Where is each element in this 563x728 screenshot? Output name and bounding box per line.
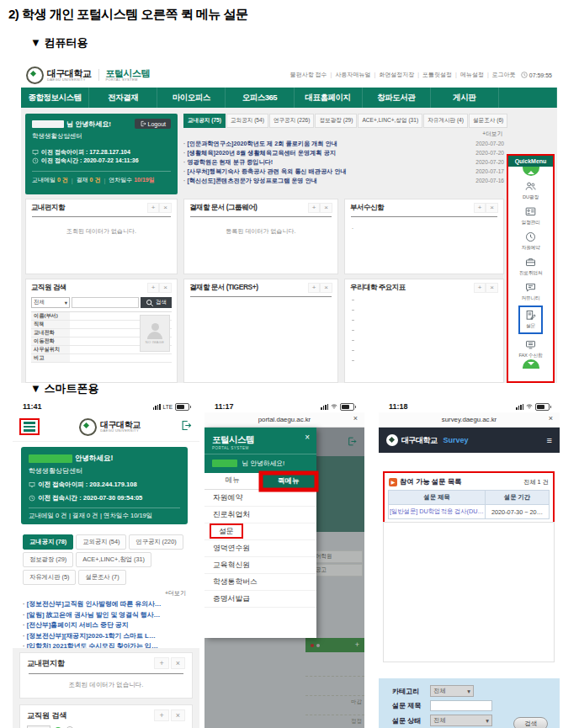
drawer-item-certificates[interactable]: 증명서발급 [204, 591, 316, 608]
notice-tab-free[interactable]: 자유게시판 (5) [23, 570, 76, 585]
notice-tab-free[interactable]: 자유게시판 (4) [423, 114, 468, 128]
close-icon[interactable]: × [549, 414, 553, 422]
drawer-item-career-center[interactable]: 진로취업처 [204, 507, 316, 523]
staff-search-input[interactable] [72, 297, 139, 308]
widget-close-button[interactable]: × [171, 709, 185, 721]
quickmenu-item-survey-annotation-blue[interactable]: 설문 [518, 306, 543, 334]
survey-body: ▶ 참여 가능 설문 목록 전체 1 건 설문 제목 설문 기간 [일반설문] … [379, 453, 560, 728]
drawer-item-shuttle-bus[interactable]: 학생통학버스 [204, 574, 316, 591]
widget-close-button[interactable]: × [171, 657, 185, 669]
stat-leave[interactable]: 연차일수 10/19일 [109, 176, 154, 184]
notice-tab-campus[interactable]: 교내공지 (78) [23, 534, 73, 550]
nav-item-office365[interactable]: 오피스365 [226, 88, 294, 108]
filter-title-input[interactable] [430, 700, 492, 711]
notice-link[interactable]: [사무처]행복기숙사 증축공사 관련 옥외 통신 배관공사 안내 [183, 167, 347, 176]
quickmenu-scroll-down[interactable] [523, 359, 539, 369]
notice-more-link[interactable]: +더보기 [26, 589, 186, 598]
widget-close-button[interactable]: × [320, 283, 332, 293]
notice-tab-research[interactable]: 연구공지 (220) [129, 534, 183, 550]
notice-tab-info[interactable]: 정보광장 (29) [315, 114, 357, 128]
logout-icon[interactable] [180, 419, 193, 435]
drawer-item-yeongdeok[interactable]: 영덕연수원 [204, 540, 316, 557]
stat-approval[interactable]: 결재 0 건 [77, 176, 101, 184]
widget-add-button[interactable]: + [474, 283, 486, 293]
close-icon[interactable]: × [353, 414, 358, 422]
nav-item-integrated-info[interactable]: 종합정보시스템 [21, 88, 89, 108]
staff-field-label: 이름(부서) [31, 312, 70, 320]
drawer-item-survey[interactable]: 설문 [204, 523, 316, 540]
notice-link[interactable]: [전산부]홈페이지 서비스 중단 공지 [23, 620, 189, 631]
drawer-item-resource-reservation[interactable]: 자원예약 [204, 490, 316, 507]
notice-tab-ace[interactable]: ACE+,LINC+,창업 (31) [76, 552, 151, 567]
widget-add-button[interactable]: + [308, 283, 321, 293]
drawer-item-edu-innovation[interactable]: 교육혁신원 [204, 557, 316, 574]
quickmenu-item-career-center[interactable]: 진로취업처 [519, 256, 543, 277]
utility-link-save-screen[interactable]: 화면설정저장 [370, 71, 414, 79]
filter-status-select[interactable]: 전체▾ [430, 715, 492, 726]
widget-close-button[interactable]: × [159, 203, 172, 213]
survey-list-annotation-red: ▶ 참여 가능 설문 목록 전체 1 건 설문 제목 설문 기간 [일반설문] … [383, 471, 555, 524]
notice-tab-campus[interactable]: 교내공지 (75) [183, 114, 226, 128]
notice-link[interactable]: [정보전산부][재공지]2020-1학기 스마트 L… [23, 631, 189, 642]
quickmenu-item-du-plaza[interactable]: DU광장 [523, 180, 539, 201]
widget-add-button[interactable]: + [147, 203, 160, 213]
notice-tab-info[interactable]: 정보광장 (29) [23, 552, 73, 567]
quickmenu-scroll-up[interactable] [523, 167, 539, 176]
widget-add-button[interactable]: + [154, 709, 168, 721]
utility-link-logout[interactable]: 로그아웃 [484, 71, 516, 79]
app-name: Survey [443, 436, 469, 444]
notice-link[interactable]: [생활체육]2020년 8월 생활체육교육센터 운영계획 공지 [183, 148, 336, 157]
nav-item-board[interactable]: 게시판 [431, 88, 499, 108]
widget-add-button[interactable]: + [154, 657, 168, 669]
survey-annotation-red[interactable]: 설문 [210, 523, 243, 539]
side-drawer: 포털시스템 PORTAL SYSTEM × 님 안녕하세요! 메뉴 퀵메뉴 자원… [204, 428, 316, 638]
filter-category-select[interactable]: 전체▾ [430, 685, 474, 697]
widget-add-button[interactable]: + [474, 203, 486, 213]
utility-link-feedback[interactable]: 불편사항 접수 [290, 71, 327, 79]
widget-title: 교직원 검색 [31, 283, 66, 293]
drawer-tab-quickmenu-annotation-red[interactable]: 퀵메뉴 [261, 473, 317, 490]
nav-item-library[interactable]: 창파도서관 [363, 88, 431, 108]
widget-add-button[interactable]: + [308, 203, 321, 213]
survey-link[interactable]: [일반설문] DU학업적응 검사(DU… [390, 507, 484, 515]
utility-link-manual[interactable]: 사용자매뉴얼 [327, 71, 371, 79]
notice-tab-external[interactable]: 교외공지 (54) [76, 534, 126, 550]
drawer-tab-menu[interactable]: 메뉴 [204, 473, 261, 490]
nav-item-my-office[interactable]: 마이오피스 [157, 88, 226, 108]
notice-link[interactable]: [혁신선도]콘텐츠전문가 양성프로그램 운영 안내 [183, 176, 317, 185]
logout-button[interactable]: Logout [135, 119, 171, 129]
notice-link[interactable]: [정보전산부]교직원 인사발령에 따른 유의사… [23, 599, 189, 610]
hamburger-menu-icon[interactable] [24, 422, 35, 432]
notice-more-link[interactable]: +더보기 [185, 130, 502, 138]
quickmenu-item-schedule[interactable]: 일정관리 [522, 205, 540, 226]
widget-close-button[interactable]: × [486, 283, 498, 293]
quickmenu-item-resource-reservation[interactable]: 자원예약 [522, 231, 540, 252]
utility-link-menu-setting[interactable]: 메뉴설정 [452, 71, 484, 79]
quickmenu-item-fax-inbox[interactable]: FAX 수신함 [519, 338, 543, 359]
notice-link[interactable]: [인문과학연구소]2020학년도 제 2회 콜로키움 개최 안내 [183, 139, 337, 148]
nav-item-homepage[interactable]: 대표홈페이지 [295, 88, 363, 108]
browser-url-bar[interactable]: survey.daegu.ac.kr × [379, 412, 560, 428]
notice-tab-external[interactable]: 교외공지 (54) [226, 114, 268, 128]
notice-tab-ace[interactable]: ACE+,LINC+,창업 (31) [358, 114, 422, 128]
widget-dept-inbox: 부서수신함 +× . [344, 199, 504, 274]
close-icon[interactable]: × [305, 433, 310, 442]
quickmenu-item-community[interactable]: 커뮤니티 [522, 281, 540, 302]
nav-item-e-approval[interactable]: 전자결재 [89, 88, 157, 108]
widget-close-button[interactable]: × [486, 203, 498, 213]
notice-tab-survey[interactable]: 설문조사 (6) [469, 114, 507, 128]
notice-tab-research[interactable]: 연구공지 (226) [269, 114, 315, 128]
widget-close-button[interactable]: × [320, 203, 332, 213]
utility-link-portlet[interactable]: 포틀릿설정 [414, 71, 452, 79]
browser-url-bar[interactable]: portal.daegu.ac.kr × [204, 412, 364, 428]
widget-add-button[interactable]: + [147, 283, 160, 293]
staff-search-category-select[interactable]: 전체▾ [31, 297, 70, 308]
notice-link[interactable]: 영광학원은 현재 분규 중입니다! [183, 157, 273, 167]
stat-mail[interactable]: 교내메일 0 건 [32, 176, 68, 184]
hamburger-menu-icon[interactable]: ≡ [547, 436, 552, 445]
widget-close-button[interactable]: × [159, 283, 172, 293]
staff-search-button[interactable]: 검색 [141, 297, 172, 308]
filter-search-button[interactable]: 검색 [513, 717, 548, 728]
notice-link[interactable]: [알림] 故고은애 권사님 발인 및 영결식 행사… [23, 610, 189, 621]
notice-tab-survey[interactable]: 설문조사 (7) [78, 570, 125, 585]
